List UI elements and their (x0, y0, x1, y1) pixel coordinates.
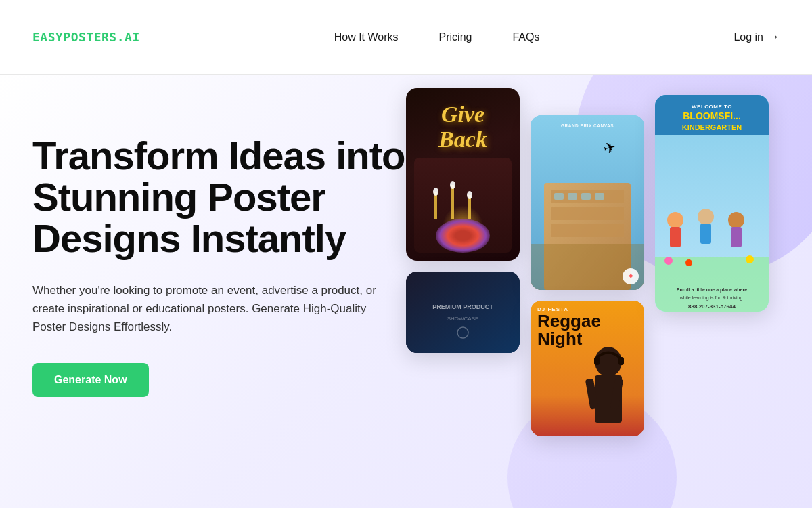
svg-rect-17 (581, 193, 591, 200)
svg-rect-18 (595, 193, 604, 200)
svg-point-41 (664, 257, 673, 265)
svg-rect-13 (551, 207, 624, 220)
login-label: Log in (734, 31, 763, 43)
generate-now-button[interactable]: Generate Now (32, 363, 149, 397)
dj-header: DJ FESTA Reggae Night (531, 301, 644, 350)
svg-text:WELCOME TO: WELCOME TO (692, 104, 732, 110)
nav-pricing[interactable]: Pricing (439, 31, 472, 43)
svg-point-5 (467, 191, 472, 199)
airbnb-illustration: ✈ GRAND PRIX CANVAS (531, 115, 644, 290)
navbar: EASYPOSTERS.AI How It Works Pricing FAQs… (0, 0, 812, 75)
brand-logo[interactable]: EASYPOSTERS.AI (32, 30, 140, 44)
svg-point-3 (433, 188, 438, 196)
svg-rect-14 (551, 224, 624, 237)
svg-rect-40 (731, 227, 742, 247)
svg-rect-27 (594, 357, 600, 365)
svg-rect-36 (670, 227, 681, 247)
svg-rect-16 (568, 193, 577, 200)
poster-kindergarten: WELCOME TO BLOOMSFI... KINDERGARTEN (655, 95, 769, 312)
svg-text:Enroll a little one a place wh: Enroll a little one a place where (677, 287, 747, 293)
hero-title: Transform Ideas into Stunning Poster Des… (32, 135, 425, 259)
nav-login[interactable]: Log in → (734, 30, 780, 44)
svg-point-4 (450, 181, 455, 189)
svg-text:while learning is fun & thrivi: while learning is fun & thriving. (679, 295, 744, 301)
svg-text:GRAND PRIX CANVAS: GRAND PRIX CANVAS (561, 123, 614, 128)
poster-col-3: WELCOME TO BLOOMSFI... KINDERGARTEN (655, 95, 769, 312)
svg-text:BLOOMSFI...: BLOOMSFI... (683, 110, 741, 121)
svg-point-35 (667, 212, 683, 228)
svg-point-42 (685, 259, 692, 266)
give-back-title: Give Back (414, 102, 512, 152)
svg-text:KINDERGARTEN: KINDERGARTEN (682, 123, 742, 131)
kindergarten-illustration: WELCOME TO BLOOMSFI... KINDERGARTEN (655, 95, 769, 312)
svg-rect-15 (554, 193, 564, 200)
poster-col-2: ✈ GRAND PRIX CANVAS ✦ (531, 115, 644, 436)
nav-how-it-works[interactable]: How It Works (334, 31, 399, 43)
candles-svg (414, 158, 512, 253)
give-back-image (414, 158, 512, 253)
svg-rect-38 (700, 224, 711, 244)
poster-airbnb: ✈ GRAND PRIX CANVAS ✦ (531, 115, 644, 290)
login-arrow: → (767, 30, 780, 44)
nav-faqs[interactable]: FAQs (512, 31, 539, 43)
airbnb-logo: ✦ (623, 268, 639, 284)
svg-text:888.207-331-57644: 888.207-331-57644 (688, 303, 736, 310)
svg-rect-1 (451, 185, 454, 219)
svg-point-43 (746, 255, 754, 263)
hero-section: Transform Ideas into Stunning Poster Des… (0, 75, 812, 508)
dj-title: Reggae Night (537, 312, 637, 347)
hero-subtitle: Whether you're looking to promote an eve… (32, 281, 384, 337)
poster-dj: DJ FESTA Reggae Night (531, 301, 644, 436)
svg-text:PREMIUM PRODUCT: PREMIUM PRODUCT (432, 303, 493, 310)
hero-content: Transform Ideas into Stunning Poster Des… (32, 115, 425, 397)
svg-text:SHOWCASE: SHOWCASE (447, 316, 479, 322)
nav-links: How It Works Pricing FAQs (334, 31, 540, 43)
svg-point-37 (698, 209, 714, 225)
svg-point-39 (728, 212, 744, 228)
svg-rect-28 (618, 357, 624, 365)
hero-poster-gallery: Give Back (406, 75, 812, 508)
